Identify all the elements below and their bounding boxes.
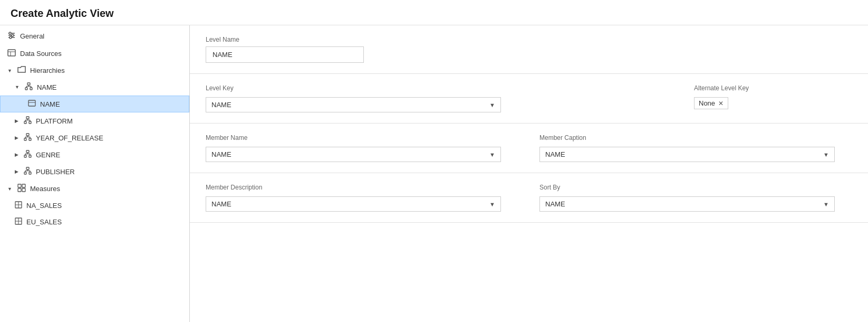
member-desc-row: Member Description NAME ▼ Sort By NAME ▼ xyxy=(206,184,852,212)
svg-rect-9 xyxy=(27,83,30,85)
sidebar-item-platform-label: PLATFORM xyxy=(36,117,183,125)
sidebar: General Data Sources ▼ xyxy=(0,25,190,322)
level-name-section: Level Name NAME xyxy=(190,25,868,74)
expand-platform-icon: ▶ xyxy=(15,118,18,124)
measures-icon xyxy=(17,184,26,194)
svg-rect-41 xyxy=(29,172,31,174)
sidebar-item-eu-sales[interactable]: EU_SALES xyxy=(0,214,189,230)
level-name-value: NAME xyxy=(206,46,364,63)
sidebar-item-genre[interactable]: ▶ GENRE xyxy=(0,146,189,163)
sidebar-item-name-hier[interactable]: ▼ NAME xyxy=(0,79,189,96)
svg-rect-46 xyxy=(18,184,21,187)
expand-hierarchies-icon: ▼ xyxy=(7,68,12,73)
level-key-group: Level Key NAME ▼ xyxy=(206,84,673,112)
member-name-select-value: NAME xyxy=(211,150,232,158)
member-name-section: Member Name NAME ▼ Member Caption NAME ▼ xyxy=(190,124,868,173)
sidebar-item-general-label: General xyxy=(20,32,183,40)
sidebar-item-year-of-release[interactable]: ▶ YEAR_OF_RELEASE xyxy=(0,129,189,146)
svg-rect-25 xyxy=(26,134,29,136)
sidebar-item-name-level-label: NAME xyxy=(40,100,182,108)
sort-by-group: Sort By NAME ▼ xyxy=(539,184,852,212)
member-desc-label: Member Description xyxy=(206,184,518,191)
svg-rect-34 xyxy=(29,155,31,157)
sidebar-item-hierarchies[interactable]: ▼ Hierarchies xyxy=(0,62,189,79)
sidebar-item-genre-label: GENRE xyxy=(36,151,183,159)
svg-rect-32 xyxy=(26,150,29,153)
level-key-select[interactable]: NAME ▼ xyxy=(206,97,501,112)
sidebar-item-measures-label: Measures xyxy=(30,185,183,193)
svg-rect-26 xyxy=(24,138,26,140)
svg-rect-47 xyxy=(22,184,25,187)
main-content: Level Name NAME Level Key NAME ▼ xyxy=(190,25,868,322)
level-key-section: Level Key NAME ▼ Alternate Level Key Non… xyxy=(190,74,868,124)
sidebar-item-na-sales-label: NA_SALES xyxy=(26,202,183,210)
alt-level-key-close-icon[interactable]: ✕ xyxy=(718,100,724,107)
svg-rect-33 xyxy=(24,155,26,157)
sidebar-item-publisher[interactable]: ▶ PUBLISHER xyxy=(0,163,189,180)
main-layout: General Data Sources ▼ xyxy=(0,25,868,322)
level-key-label: Level Key xyxy=(206,84,673,92)
member-caption-group: Member Caption NAME ▼ xyxy=(539,134,852,162)
svg-rect-19 xyxy=(24,121,26,124)
expand-name-icon: ▼ xyxy=(15,84,20,90)
sort-by-select-value: NAME xyxy=(545,200,565,208)
svg-rect-18 xyxy=(26,117,29,119)
member-name-select[interactable]: NAME ▼ xyxy=(206,147,501,162)
member-caption-select-value: NAME xyxy=(545,150,565,158)
member-caption-chevron-icon: ▼ xyxy=(823,151,829,158)
measure-item-icon-na xyxy=(15,201,22,210)
hierarchy-icon-year xyxy=(24,133,32,143)
member-name-chevron-icon: ▼ xyxy=(489,151,495,158)
app-title: Create Analytic View xyxy=(0,0,868,25)
member-desc-select[interactable]: NAME ▼ xyxy=(206,196,501,212)
hierarchy-icon-publisher xyxy=(24,167,32,176)
alt-level-key-value: None xyxy=(699,99,715,107)
svg-rect-48 xyxy=(18,188,21,192)
member-name-row: Member Name NAME ▼ Member Caption NAME ▼ xyxy=(206,134,852,162)
level-name-label: Level Name xyxy=(206,36,852,43)
svg-rect-27 xyxy=(29,138,31,140)
sidebar-item-name-level[interactable]: NAME xyxy=(0,96,189,112)
svg-rect-10 xyxy=(25,88,27,90)
sliders-icon xyxy=(7,31,16,41)
svg-point-4 xyxy=(12,34,14,36)
hierarchy-icon-genre xyxy=(24,150,32,159)
sort-by-select[interactable]: NAME ▼ xyxy=(539,196,835,212)
svg-rect-39 xyxy=(26,167,29,169)
expand-publisher-icon: ▶ xyxy=(15,169,18,174)
member-desc-select-value: NAME xyxy=(211,200,232,208)
level-key-select-value: NAME xyxy=(211,101,232,109)
member-desc-group: Member Description NAME ▼ xyxy=(206,184,518,212)
sidebar-item-publisher-label: PUBLISHER xyxy=(36,168,183,176)
svg-rect-40 xyxy=(24,172,26,174)
svg-rect-49 xyxy=(22,188,25,192)
member-caption-select[interactable]: NAME ▼ xyxy=(539,147,835,162)
table-icon xyxy=(7,49,16,59)
sidebar-item-data-sources[interactable]: Data Sources xyxy=(0,45,189,62)
level-key-row: Level Key NAME ▼ Alternate Level Key Non… xyxy=(206,84,852,112)
sidebar-item-data-sources-label: Data Sources xyxy=(20,50,183,58)
member-name-label: Member Name xyxy=(206,134,518,141)
sidebar-item-hierarchies-label: Hierarchies xyxy=(30,67,183,74)
svg-rect-6 xyxy=(8,50,15,56)
member-desc-chevron-icon: ▼ xyxy=(489,201,495,207)
expand-measures-icon: ▼ xyxy=(7,186,12,192)
svg-point-5 xyxy=(9,36,12,39)
alt-level-key-badge: None ✕ xyxy=(694,97,728,109)
alt-level-key-label: Alternate Level Key xyxy=(694,84,852,92)
folder-icon xyxy=(17,66,26,75)
sidebar-item-na-sales[interactable]: NA_SALES xyxy=(0,197,189,214)
svg-point-3 xyxy=(9,32,11,34)
svg-rect-20 xyxy=(29,121,31,124)
hierarchy-icon-platform xyxy=(24,116,32,126)
sidebar-item-year-of-release-label: YEAR_OF_RELEASE xyxy=(36,134,183,142)
svg-rect-11 xyxy=(30,88,32,90)
sort-by-chevron-icon: ▼ xyxy=(823,201,829,207)
sidebar-item-general[interactable]: General xyxy=(0,27,189,45)
member-desc-section: Member Description NAME ▼ Sort By NAME ▼ xyxy=(190,173,868,223)
sidebar-item-name-hier-label: NAME xyxy=(37,83,183,91)
sidebar-item-platform[interactable]: ▶ PLATFORM xyxy=(0,112,189,129)
app-container: Create Analytic View General xyxy=(0,0,868,322)
sidebar-item-measures[interactable]: ▼ Measures xyxy=(0,180,189,197)
expand-genre-icon: ▶ xyxy=(15,152,18,157)
